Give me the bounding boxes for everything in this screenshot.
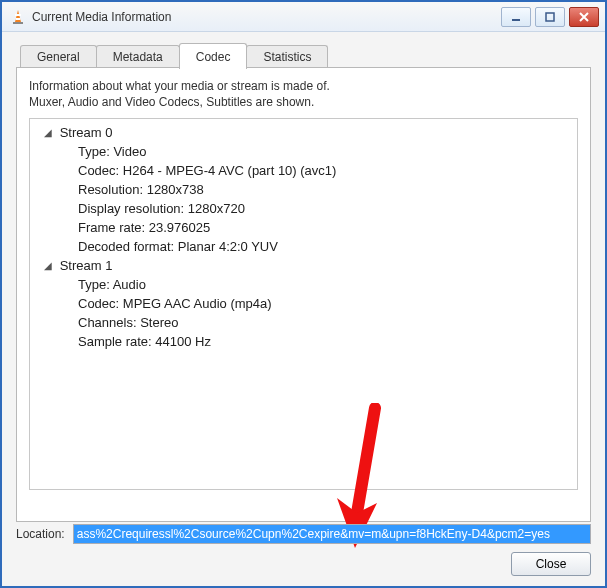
- stream-header-label: Stream 1: [60, 258, 113, 273]
- tab-codec[interactable]: Codec: [179, 43, 248, 69]
- tab-label: Metadata: [113, 50, 163, 64]
- tree-prop[interactable]: Display resolution: 1280x720: [36, 199, 571, 218]
- maximize-button[interactable]: [535, 7, 565, 27]
- client-area: General Metadata Codec Statistics Inform…: [2, 32, 605, 586]
- minimize-button[interactable]: [501, 7, 531, 27]
- tree-prop[interactable]: Codec: MPEG AAC Audio (mp4a): [36, 294, 571, 313]
- svg-rect-3: [13, 22, 23, 24]
- title-bar: Current Media Information: [2, 2, 605, 32]
- tab-page-codec: Information about what your media or str…: [16, 67, 591, 522]
- stream-header-label: Stream 0: [60, 125, 113, 140]
- svg-rect-4: [512, 19, 520, 21]
- location-input[interactable]: [73, 524, 591, 544]
- tab-label: Statistics: [263, 50, 311, 64]
- tab-general[interactable]: General: [20, 45, 97, 68]
- button-row: Close: [511, 552, 591, 576]
- location-row: Location:: [16, 524, 591, 544]
- tree-prop[interactable]: Decoded format: Planar 4:2:0 YUV: [36, 237, 571, 256]
- tree-prop[interactable]: Channels: Stereo: [36, 313, 571, 332]
- tree-prop[interactable]: Codec: H264 - MPEG-4 AVC (part 10) (avc1…: [36, 161, 571, 180]
- tree-stream-header[interactable]: ◢ Stream 1: [36, 256, 571, 275]
- window-title: Current Media Information: [32, 10, 501, 24]
- svg-rect-5: [546, 13, 554, 21]
- tab-strip: General Metadata Codec Statistics: [16, 42, 591, 68]
- tree-prop[interactable]: Type: Video: [36, 142, 571, 161]
- tab-label: General: [37, 50, 80, 64]
- info-line: Information about what your media or str…: [29, 78, 578, 94]
- tree-prop[interactable]: Sample rate: 44100 Hz: [36, 332, 571, 351]
- collapse-icon[interactable]: ◢: [42, 256, 54, 275]
- close-button[interactable]: Close: [511, 552, 591, 576]
- tree-prop[interactable]: Type: Audio: [36, 275, 571, 294]
- info-line: Muxer, Audio and Video Codecs, Subtitles…: [29, 94, 578, 110]
- codec-tree[interactable]: ◢ Stream 0 Type: Video Codec: H264 - MPE…: [29, 118, 578, 490]
- svg-rect-2: [16, 18, 21, 20]
- tree-prop[interactable]: Resolution: 1280x738: [36, 180, 571, 199]
- tab-label: Codec: [196, 50, 231, 64]
- svg-rect-1: [15, 14, 21, 16]
- tree-prop[interactable]: Frame rate: 23.976025: [36, 218, 571, 237]
- tab-statistics[interactable]: Statistics: [246, 45, 328, 68]
- tab-metadata[interactable]: Metadata: [96, 45, 180, 68]
- codec-info-text: Information about what your media or str…: [29, 78, 578, 110]
- collapse-icon[interactable]: ◢: [42, 123, 54, 142]
- window-controls: [501, 7, 599, 27]
- location-label: Location:: [16, 527, 65, 541]
- tree-stream-header[interactable]: ◢ Stream 0: [36, 123, 571, 142]
- window-close-button[interactable]: [569, 7, 599, 27]
- vlc-icon: [10, 9, 26, 25]
